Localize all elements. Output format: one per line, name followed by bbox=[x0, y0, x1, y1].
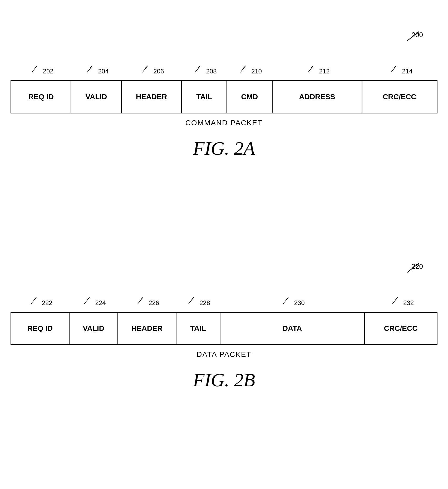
cmd-address-text: ADDRESS bbox=[299, 93, 335, 101]
dat-packet-caption: DATA PACKET bbox=[11, 350, 437, 359]
cmd-valid-text: VALID bbox=[85, 93, 107, 101]
svg-line-29 bbox=[395, 297, 397, 300]
dat-header-field: HEADER bbox=[118, 313, 176, 344]
svg-line-27 bbox=[286, 297, 288, 300]
cmd-header-text: HEADER bbox=[136, 93, 167, 101]
ref-212: 212 bbox=[319, 68, 330, 75]
svg-line-3 bbox=[35, 66, 37, 68]
cmd-packet-caption: COMMAND PACKET bbox=[11, 119, 437, 127]
page-container: 200 202 bbox=[0, 0, 448, 489]
svg-line-9 bbox=[198, 66, 200, 68]
ref-222: 222 bbox=[42, 299, 52, 306]
cmd-field-label-202: 202 bbox=[11, 64, 71, 80]
dat-crcecc-text: CRC/ECC bbox=[384, 324, 418, 333]
dat-field-label-230: 230 bbox=[219, 296, 365, 312]
dat-field-label-224: 224 bbox=[69, 296, 117, 312]
svg-line-15 bbox=[394, 66, 396, 68]
dat-tail-field: TAIL bbox=[176, 313, 220, 344]
svg-line-21 bbox=[87, 297, 90, 300]
svg-line-11 bbox=[243, 66, 245, 68]
cmd-req-id-field: REQ ID bbox=[11, 81, 71, 113]
svg-line-13 bbox=[311, 66, 313, 68]
fig2a-title: FIG. 2A bbox=[11, 138, 437, 159]
dat-crcecc-field: CRC/ECC bbox=[365, 313, 437, 344]
dat-field-label-226: 226 bbox=[117, 296, 175, 312]
fig2b-section: 220 222 bbox=[11, 263, 437, 391]
cmd-req-id-text: REQ ID bbox=[28, 93, 53, 101]
cmd-crcecc-field: CRC/ECC bbox=[362, 81, 437, 113]
ref-214: 214 bbox=[402, 68, 412, 75]
cmd-field-label-210: 210 bbox=[227, 64, 272, 80]
dat-tail-text: TAIL bbox=[190, 324, 206, 333]
cmd-field-label-208: 208 bbox=[181, 64, 227, 80]
ref-210: 210 bbox=[251, 68, 262, 75]
fig2b-title: FIG. 2B bbox=[11, 369, 437, 391]
svg-line-5 bbox=[90, 66, 92, 68]
dat-header-text: HEADER bbox=[131, 324, 163, 333]
dat-req-id-field: REQ ID bbox=[11, 313, 70, 344]
cmd-tail-field: TAIL bbox=[182, 81, 227, 113]
svg-line-23 bbox=[141, 297, 143, 300]
dat-req-id-text: REQ ID bbox=[27, 324, 53, 333]
dat-packet-diagram-wrapper: 222 224 bbox=[11, 279, 437, 345]
cmd-ref-labels-row: 202 204 bbox=[11, 64, 437, 80]
dat-valid-text: VALID bbox=[83, 324, 104, 333]
cmd-tail-text: TAIL bbox=[196, 93, 212, 101]
cmd-packet-diagram-wrapper: 202 204 bbox=[11, 47, 437, 113]
cmd-field-label-212: 212 bbox=[272, 64, 362, 80]
dat-ref-labels-row: 222 224 bbox=[11, 296, 437, 312]
cmd-field-label-206: 206 bbox=[121, 64, 181, 80]
cmd-cmd-text: CMD bbox=[241, 93, 258, 101]
ref-232: 232 bbox=[403, 299, 414, 306]
ref-226: 226 bbox=[149, 299, 159, 306]
cmd-valid-field: VALID bbox=[71, 81, 122, 113]
fig2a-section: 200 202 bbox=[11, 32, 437, 159]
svg-line-25 bbox=[192, 297, 194, 300]
ref-230: 230 bbox=[294, 299, 305, 306]
cmd-address-field: ADDRESS bbox=[273, 81, 362, 113]
ref-208: 208 bbox=[206, 68, 217, 75]
dat-field-label-228: 228 bbox=[175, 296, 219, 312]
dat-packet-diagram: REQ ID VALID HEADER TAIL DATA CRC/ECC bbox=[11, 312, 437, 345]
dat-data-text: DATA bbox=[283, 324, 302, 333]
cmd-cmd-field: CMD bbox=[227, 81, 273, 113]
ref-206: 206 bbox=[153, 68, 164, 75]
ref-204: 204 bbox=[98, 68, 109, 75]
dat-valid-field: VALID bbox=[70, 313, 118, 344]
cmd-header-field: HEADER bbox=[122, 81, 182, 113]
dat-field-label-222: 222 bbox=[11, 296, 69, 312]
cmd-field-label-214: 214 bbox=[362, 64, 437, 80]
dat-field-label-232: 232 bbox=[365, 296, 437, 312]
svg-line-7 bbox=[146, 66, 148, 68]
ref-202: 202 bbox=[43, 68, 53, 75]
dat-data-field: DATA bbox=[220, 313, 365, 344]
ref-224: 224 bbox=[95, 299, 106, 306]
svg-line-19 bbox=[34, 297, 36, 300]
cmd-crcecc-text: CRC/ECC bbox=[383, 93, 416, 101]
cmd-field-label-204: 204 bbox=[71, 64, 121, 80]
ref-228: 228 bbox=[200, 299, 210, 306]
cmd-packet-diagram: REQ ID VALID HEADER TAIL CMD ADDRESS bbox=[11, 80, 437, 113]
